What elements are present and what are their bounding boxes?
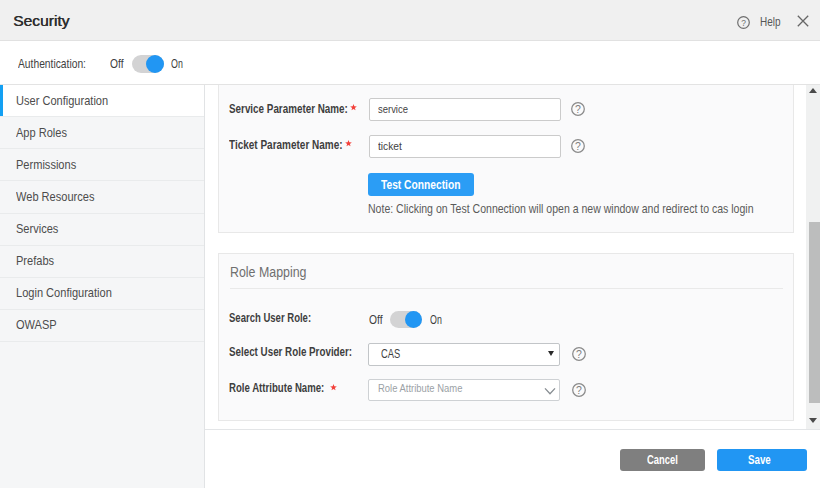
svg-text:?: ?: [741, 17, 746, 27]
svg-text:?: ?: [576, 348, 582, 360]
svg-text:?: ?: [575, 103, 581, 115]
svg-text:?: ?: [575, 140, 581, 152]
svg-text:?: ?: [576, 383, 582, 395]
